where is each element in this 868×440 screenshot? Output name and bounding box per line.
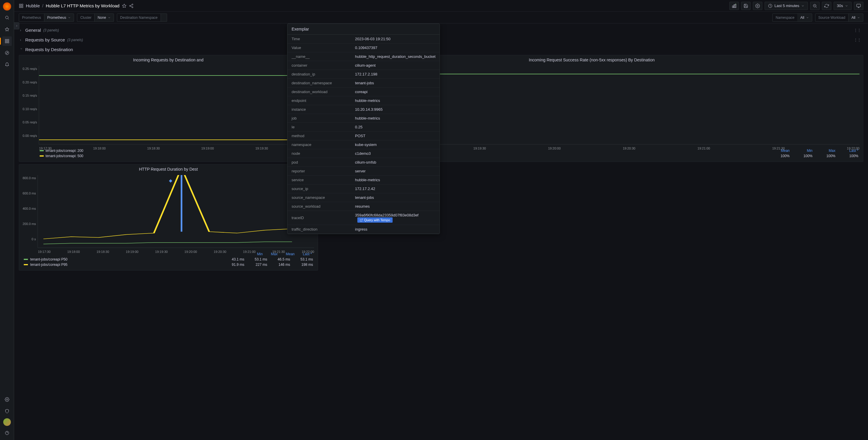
svg-marker-16 <box>122 4 126 8</box>
tooltip-title: Exemplar <box>287 24 440 35</box>
svg-rect-24 <box>735 4 736 8</box>
chart-plot-area[interactable]: 19:17:3019:18:0019:18:3019:19:0019:19:30… <box>39 66 314 145</box>
panel-http-duration[interactable]: HTTP Request Duration by Dest 800.0 ms60… <box>19 164 318 270</box>
y-axis: 0.25 req/s0.20 req/s0.15 req/s0.10 req/s… <box>23 66 39 145</box>
admin-shield-icon[interactable] <box>2 407 12 416</box>
variables-bar: PrometheusPrometheus ClusterNone Destina… <box>14 12 868 24</box>
svg-rect-13 <box>22 4 23 6</box>
row-requests-source[interactable]: › Requests by Source (3 panels) ⋮⋮ <box>19 35 863 44</box>
star-outline-icon[interactable] <box>122 3 127 8</box>
query-tempo-button[interactable]: Query with Tempo <box>358 217 392 223</box>
svg-rect-4 <box>7 39 9 41</box>
chevron-down-icon <box>801 3 805 8</box>
var-dest-namespace[interactable]: Destination Namespace <box>117 13 167 22</box>
var-src-namespace-partial[interactable]: NamespaceAll <box>772 13 812 22</box>
svg-point-9 <box>6 399 8 400</box>
svg-rect-12 <box>20 4 21 6</box>
help-icon[interactable] <box>2 428 12 438</box>
chevron-right-icon: › <box>20 28 23 32</box>
svg-rect-23 <box>734 5 735 8</box>
panel-incoming-requests[interactable]: Incoming Requests by Destination and 0.2… <box>19 55 318 162</box>
dashboards-icon[interactable] <box>2 36 12 46</box>
user-avatar[interactable] <box>3 418 11 426</box>
y-axis: 800.0 ms600.0 ms400.0 ms200.0 ms0 s <box>23 175 38 248</box>
svg-marker-2 <box>5 27 9 31</box>
svg-line-21 <box>131 5 132 6</box>
tooltip-fields-table: Time2023-06-03 19:21:50Value0.109437397_… <box>287 35 440 234</box>
svg-rect-3 <box>5 39 7 41</box>
var-cluster[interactable]: ClusterNone <box>77 13 114 22</box>
drag-handle-icon[interactable]: ⋮⋮ <box>853 28 862 32</box>
svg-point-19 <box>132 6 133 8</box>
svg-point-18 <box>129 5 131 6</box>
row-general[interactable]: › General (3 panels) ⋮⋮ <box>19 26 863 34</box>
svg-rect-15 <box>22 6 23 8</box>
x-axis: 19:17:3019:18:0019:18:3019:19:0019:19:30… <box>39 147 314 150</box>
refresh-interval-picker[interactable]: 30s <box>834 2 851 10</box>
refresh-button[interactable] <box>822 2 831 10</box>
time-range-picker[interactable]: Last 5 minutes <box>765 2 808 10</box>
sidebar-expand-button[interactable] <box>14 22 20 29</box>
svg-point-17 <box>132 4 133 5</box>
alerting-icon[interactable] <box>2 60 12 69</box>
svg-rect-5 <box>5 41 7 43</box>
var-src-workload[interactable]: Source WorkloadAll <box>815 13 863 22</box>
settings-button[interactable] <box>753 2 762 10</box>
svg-point-0 <box>5 16 8 19</box>
view-mode-button[interactable] <box>854 2 863 10</box>
add-panel-button[interactable] <box>730 2 739 10</box>
zoom-out-button[interactable] <box>810 2 819 10</box>
chevron-down-icon <box>845 3 848 8</box>
svg-line-1 <box>8 19 9 19</box>
nav-sidebar <box>0 0 14 440</box>
drag-handle-icon[interactable]: ⋮⋮ <box>853 38 862 42</box>
svg-rect-14 <box>20 6 21 8</box>
chevron-right-icon: › <box>20 38 23 42</box>
dashboard-icon <box>19 3 24 8</box>
svg-rect-22 <box>732 6 733 8</box>
breadcrumb: Hubble / Hubble L7 HTTP Metrics by Workl… <box>26 3 120 8</box>
svg-point-7 <box>5 51 9 55</box>
save-button[interactable] <box>741 2 750 10</box>
svg-line-20 <box>131 6 132 7</box>
share-icon[interactable] <box>129 3 134 8</box>
explore-icon[interactable] <box>2 48 12 58</box>
svg-line-30 <box>816 7 816 8</box>
chart-plot-area[interactable]: 19:17:3019:18:0019:18:3019:19:0019:19:30… <box>38 175 314 248</box>
svg-rect-6 <box>7 41 9 43</box>
exemplar-tooltip: Exemplar Time2023-06-03 19:21:50Value0.1… <box>287 24 440 234</box>
svg-point-27 <box>757 5 758 6</box>
svg-point-10 <box>5 431 9 435</box>
svg-line-35 <box>361 219 363 220</box>
grafana-logo[interactable] <box>3 2 11 10</box>
configuration-icon[interactable] <box>2 395 12 404</box>
svg-rect-32 <box>857 4 860 7</box>
star-icon[interactable] <box>2 25 12 34</box>
breadcrumb-current[interactable]: Hubble L7 HTTP Metrics by Workload <box>46 3 120 8</box>
svg-marker-8 <box>6 52 8 54</box>
var-datasource[interactable]: PrometheusPrometheus <box>19 13 74 22</box>
row-requests-destination[interactable]: › Requests by Destination <box>19 45 863 54</box>
chevron-down-icon: › <box>20 48 24 51</box>
x-axis: 19:17:3019:18:0019:18:3019:19:0019:19:30… <box>38 250 314 254</box>
breadcrumb-root[interactable]: Hubble <box>26 3 40 8</box>
topbar: Hubble / Hubble L7 HTTP Metrics by Workl… <box>14 0 868 12</box>
search-icon[interactable] <box>2 13 12 22</box>
